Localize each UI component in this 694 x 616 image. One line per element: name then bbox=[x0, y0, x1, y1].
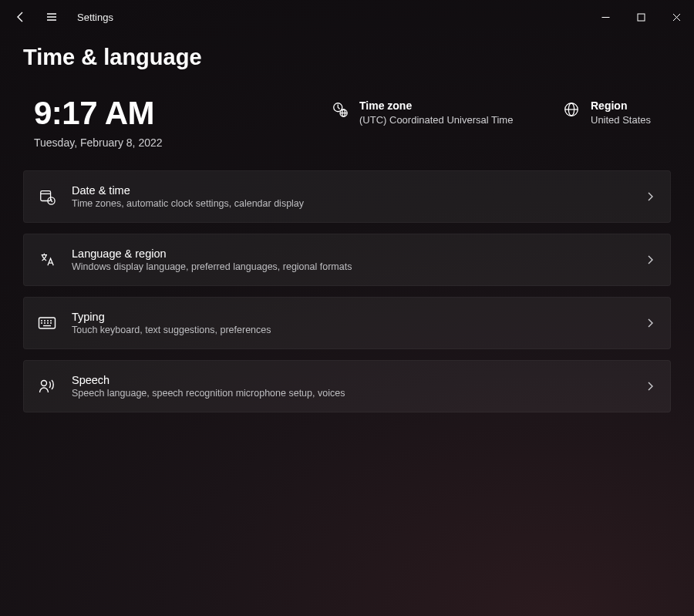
minimize-button[interactable] bbox=[588, 0, 623, 34]
timezone-chip[interactable]: Time zone (UTC) Coordinated Universal Ti… bbox=[332, 95, 532, 126]
timezone-label: Time zone bbox=[359, 99, 513, 112]
card-title: Language & region bbox=[72, 247, 630, 260]
card-subtitle: Windows display language, preferred lang… bbox=[72, 261, 630, 272]
card-speech[interactable]: Speech Speech language, speech recogniti… bbox=[23, 360, 671, 412]
back-button[interactable] bbox=[14, 10, 28, 24]
globe-icon bbox=[563, 101, 580, 118]
info-row: 9:17 AM Tuesday, February 8, 2022 Time z… bbox=[0, 70, 694, 149]
card-subtitle: Time zones, automatic clock settings, ca… bbox=[72, 198, 630, 209]
current-date: Tuesday, February 8, 2022 bbox=[34, 136, 163, 149]
close-button[interactable] bbox=[659, 0, 694, 34]
timezone-value: (UTC) Coordinated Universal Time bbox=[359, 114, 513, 126]
title-bar: Settings bbox=[0, 0, 694, 34]
region-chip[interactable]: Region United States bbox=[563, 95, 671, 126]
chevron-right-icon bbox=[645, 192, 655, 201]
card-typing[interactable]: Typing Touch keyboard, text suggestions,… bbox=[23, 297, 671, 349]
chevron-right-icon bbox=[645, 318, 655, 328]
clock-block: 9:17 AM Tuesday, February 8, 2022 bbox=[34, 95, 163, 149]
card-title: Speech bbox=[72, 374, 630, 386]
card-subtitle: Touch keyboard, text suggestions, prefer… bbox=[72, 325, 630, 335]
calendar-clock-icon bbox=[38, 187, 56, 206]
card-date-time[interactable]: Date & time Time zones, automatic clock … bbox=[23, 170, 671, 223]
timezone-icon bbox=[332, 101, 349, 118]
svg-rect-4 bbox=[638, 14, 645, 21]
region-value: United States bbox=[591, 114, 651, 126]
chevron-right-icon bbox=[645, 255, 655, 264]
settings-cards: Date & time Time zones, automatic clock … bbox=[0, 149, 694, 420]
current-time: 9:17 AM bbox=[34, 95, 163, 132]
app-name: Settings bbox=[77, 12, 113, 23]
svg-rect-14 bbox=[41, 191, 51, 201]
card-language-region[interactable]: Language & region Windows display langua… bbox=[23, 234, 671, 286]
language-icon bbox=[38, 251, 56, 269]
chevron-right-icon bbox=[645, 382, 655, 391]
region-label: Region bbox=[591, 99, 651, 112]
nav-menu-button[interactable] bbox=[45, 10, 59, 24]
card-subtitle: Speech language, speech recognition micr… bbox=[72, 388, 630, 399]
keyboard-icon bbox=[38, 314, 56, 332]
card-title: Date & time bbox=[72, 184, 630, 197]
speech-icon bbox=[38, 377, 56, 396]
maximize-button[interactable] bbox=[623, 0, 659, 34]
svg-point-27 bbox=[42, 381, 47, 386]
card-title: Typing bbox=[72, 311, 630, 323]
page-title: Time & language bbox=[0, 34, 694, 70]
